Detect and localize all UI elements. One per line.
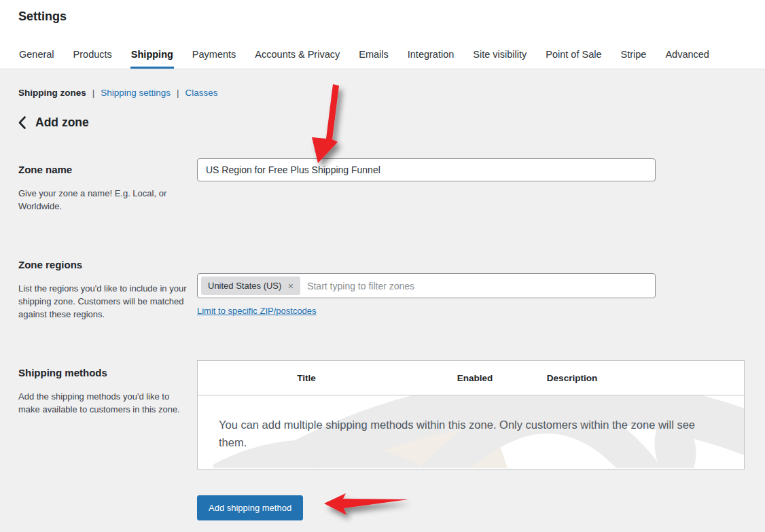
region-tag-label: United States (US) [208, 281, 281, 291]
shipping-methods-label: Shipping methods [18, 367, 107, 378]
tab-emails[interactable]: Emails [358, 43, 389, 69]
tab-advanced[interactable]: Advanced [664, 43, 710, 69]
tab-payments[interactable]: Payments [192, 43, 236, 69]
subnav-classes[interactable]: Classes [185, 88, 218, 98]
region-tag-united-states: United States (US) × [201, 277, 300, 295]
regions-placeholder: Start typing to filter zones [307, 281, 414, 291]
subnav-separator: | [92, 88, 95, 98]
zone-regions-label: Zone regions [18, 259, 82, 270]
tab-integration[interactable]: Integration [407, 43, 455, 69]
settings-header: Settings General Products Shipping Payme… [0, 0, 765, 69]
red-arrow-add-method-icon [324, 493, 408, 515]
settings-tab-bar: General Products Shipping Payments Accou… [18, 43, 710, 69]
tab-site-visibility[interactable]: Site visibility [472, 43, 527, 69]
tab-shipping[interactable]: Shipping [130, 43, 174, 69]
empty-methods-message: You can add multiple shipping methods wi… [198, 395, 724, 451]
shipping-methods-table-body: You can add multiple shipping methods wi… [198, 395, 744, 468]
add-shipping-method-button[interactable]: Add shipping method [197, 495, 303, 520]
tab-general[interactable]: General [18, 43, 55, 69]
remove-region-icon[interactable]: × [287, 281, 293, 291]
chevron-left-icon[interactable] [18, 116, 26, 129]
tab-products[interactable]: Products [73, 43, 113, 69]
zone-regions-description: List the regions you'd like to include i… [18, 282, 190, 321]
zone-name-description: Give your zone a name! E.g. Local, or Wo… [18, 187, 190, 213]
tab-accounts-privacy[interactable]: Accounts & Privacy [254, 43, 340, 69]
shipping-subnav: Shipping zones | Shipping settings | Cla… [18, 88, 218, 98]
page-title: Settings [18, 10, 67, 24]
shipping-methods-table: Title Enabled Description You can add mu… [197, 360, 745, 469]
subnav-separator: | [177, 88, 179, 98]
shipping-methods-description: Add the shipping methods you'd like to m… [18, 390, 190, 416]
zone-name-input[interactable] [197, 158, 656, 181]
subnav-shipping-zones[interactable]: Shipping zones [18, 88, 86, 98]
column-header-title: Title [297, 373, 316, 383]
add-zone-heading: Add zone [18, 116, 89, 130]
red-arrow-zone-name-icon [312, 84, 339, 163]
add-zone-title: Add zone [35, 116, 89, 130]
zone-regions-select[interactable]: United States (US) × Start typing to fil… [197, 273, 656, 298]
tab-stripe[interactable]: Stripe [620, 43, 647, 69]
column-header-description: Description [547, 373, 597, 383]
subnav-shipping-settings[interactable]: Shipping settings [101, 88, 171, 98]
tab-point-of-sale[interactable]: Point of Sale [545, 43, 602, 69]
shipping-methods-table-header: Title Enabled Description [198, 361, 744, 395]
zone-name-label: Zone name [18, 164, 72, 175]
column-header-enabled: Enabled [457, 373, 493, 383]
limit-zip-postcodes-link[interactable]: Limit to specific ZIP/postcodes [197, 306, 317, 316]
